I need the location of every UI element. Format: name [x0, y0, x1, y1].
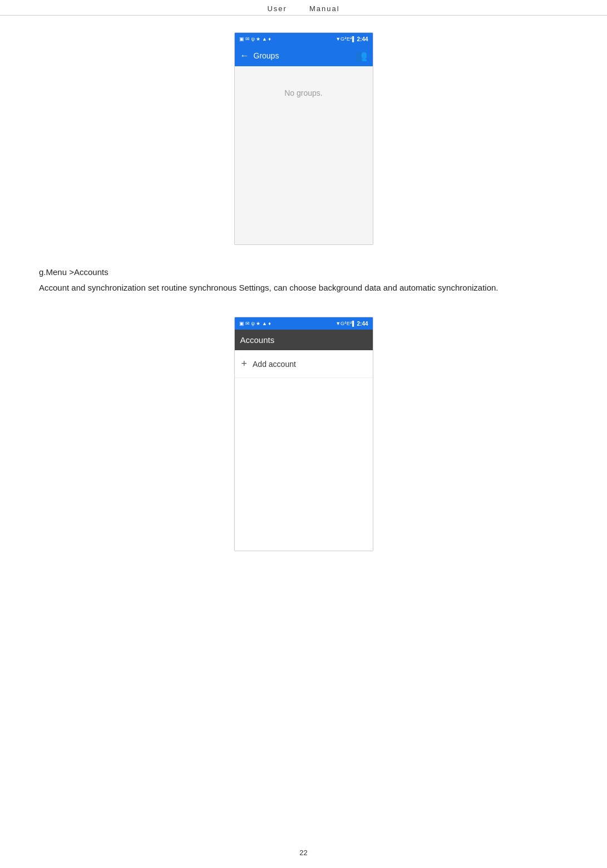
groups-action-icon[interactable]: 👥: [355, 50, 367, 62]
groups-titlebar: ← Groups 👥: [235, 45, 373, 66]
header-right: Manual: [309, 4, 340, 13]
plus-icon: +: [241, 358, 248, 370]
back-arrow-icon[interactable]: ←: [240, 51, 249, 61]
status-icons-left: ▣ ✉ ψ ★ ▲ ♦: [239, 36, 271, 42]
status-bar-groups: ▣ ✉ ψ ★ ▲ ♦ ▼G⁴E⁴▌ 2:44: [235, 33, 373, 45]
signal-icons: ▼G⁴E⁴▌: [335, 36, 356, 42]
accounts-body: + Add account: [235, 350, 373, 551]
text-section: g.Menu >Accounts Account and synchroniza…: [33, 267, 574, 295]
groups-body: No groups.: [235, 66, 373, 244]
second-screenshot-container: ▣ ✉ ψ ★ ▲ ♦ ▼G⁴E⁴▌ 2:44 Accounts + Add a…: [33, 311, 574, 551]
groups-title: Groups: [254, 51, 279, 60]
accounts-titlebar: Accounts: [235, 330, 373, 350]
signal-icons-accounts: ▼G⁴E⁴▌: [335, 321, 356, 326]
add-account-row[interactable]: + Add account: [235, 350, 373, 378]
page-number: 22: [299, 849, 307, 857]
notification-icons: ▣ ✉ ψ ★ ▲ ♦: [239, 36, 271, 42]
menu-heading: g.Menu >Accounts: [39, 267, 568, 277]
no-groups-message: No groups.: [284, 89, 322, 97]
page-header: User Manual: [0, 0, 607, 16]
accounts-screenshot: ▣ ✉ ψ ★ ▲ ♦ ▼G⁴E⁴▌ 2:44 Accounts + Add a…: [234, 317, 373, 551]
header-left: User: [267, 4, 287, 13]
status-icons-left-accounts: ▣ ✉ ψ ★ ▲ ♦: [239, 321, 271, 326]
description-text: Account and synchronization set routine …: [39, 281, 568, 295]
page-content: ▣ ✉ ψ ★ ▲ ♦ ▼G⁴E⁴▌ 2:44 ← Groups 👥 No gr…: [0, 16, 607, 562]
titlebar-left: ← Groups: [240, 51, 279, 61]
status-icons-right: ▼G⁴E⁴▌ 2:44: [335, 36, 368, 42]
status-time: 2:44: [357, 36, 368, 42]
status-bar-accounts: ▣ ✉ ψ ★ ▲ ♦ ▼G⁴E⁴▌ 2:44: [235, 317, 373, 330]
add-account-label: Add account: [253, 360, 296, 369]
status-icons-right-accounts: ▼G⁴E⁴▌ 2:44: [335, 321, 368, 327]
accounts-title: Accounts: [240, 335, 275, 345]
status-time-accounts: 2:44: [357, 321, 368, 327]
notification-icons-accounts: ▣ ✉ ψ ★ ▲ ♦: [239, 321, 271, 326]
groups-screenshot: ▣ ✉ ψ ★ ▲ ♦ ▼G⁴E⁴▌ 2:44 ← Groups 👥 No gr…: [234, 32, 373, 245]
